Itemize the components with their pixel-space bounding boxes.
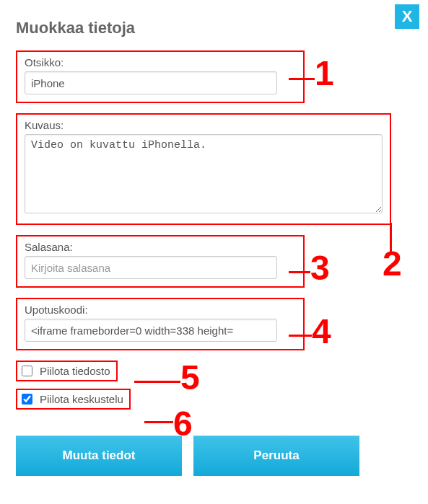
button-row: Muuta tiedot Peruuta bbox=[16, 436, 412, 476]
label-salasana: Salasana: bbox=[25, 241, 296, 253]
annotation-1: 1 bbox=[315, 53, 334, 93]
checkbox-piilota-keskustelu[interactable] bbox=[22, 394, 32, 404]
checkbox-row-piilota-tiedosto: Piilota tiedosto bbox=[16, 361, 118, 381]
annotation-6-line bbox=[144, 421, 173, 423]
dialog-title: Muokkaa tietoja bbox=[16, 19, 412, 37]
label-kuvaus: Kuvaus: bbox=[25, 119, 383, 131]
input-otsikko[interactable] bbox=[25, 71, 277, 94]
close-button[interactable]: X bbox=[395, 4, 419, 29]
label-otsikko: Otsikko: bbox=[25, 56, 296, 68]
annotation-4: 4 bbox=[312, 311, 331, 351]
input-salasana[interactable] bbox=[25, 256, 277, 279]
field-group-otsikko: Otsikko: bbox=[16, 50, 305, 103]
label-piilota-tiedosto: Piilota tiedosto bbox=[40, 365, 110, 377]
cancel-button[interactable]: Peruuta bbox=[193, 436, 359, 476]
annotation-3: 3 bbox=[310, 248, 330, 288]
annotation-2: 2 bbox=[383, 244, 402, 283]
submit-button[interactable]: Muuta tiedot bbox=[16, 436, 182, 476]
checkbox-piilota-tiedosto[interactable] bbox=[22, 366, 32, 376]
label-piilota-keskustelu: Piilota keskustelu bbox=[40, 393, 123, 405]
field-group-upotus: Upotuskoodi: bbox=[16, 298, 305, 350]
field-group-salasana: Salasana: bbox=[16, 235, 305, 288]
annotation-2-line bbox=[390, 223, 392, 252]
label-upotus: Upotuskoodi: bbox=[25, 304, 296, 316]
checkbox-row-piilota-keskustelu: Piilota keskustelu bbox=[16, 389, 131, 410]
textarea-kuvaus[interactable]: Video on kuvattu iPhonella. bbox=[25, 134, 383, 213]
field-group-kuvaus: Kuvaus: Video on kuvattu iPhonella. bbox=[16, 113, 391, 225]
input-upotus[interactable] bbox=[25, 319, 277, 342]
